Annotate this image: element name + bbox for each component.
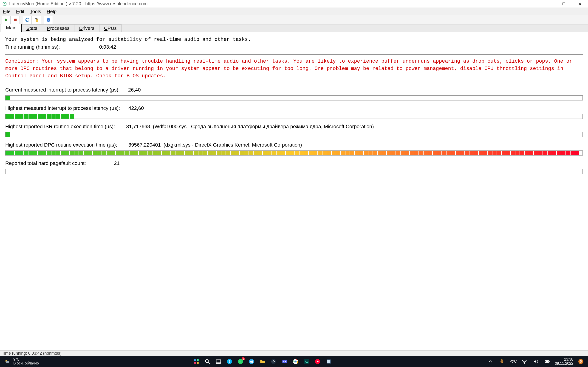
minimize-button[interactable]	[540, 0, 556, 8]
highest-latency-row: Highest measured interrupt to process la…	[5, 105, 583, 112]
tab-processes[interactable]: Processes	[42, 24, 74, 32]
dpc-row: Highest reported DPC routine execution t…	[5, 141, 583, 149]
menu-tools[interactable]: Tools	[30, 9, 41, 14]
explorer-icon[interactable]	[259, 358, 267, 365]
copy-button[interactable]	[32, 16, 41, 24]
svg-text:S: S	[228, 359, 231, 363]
notification-icon[interactable]: 5	[577, 358, 585, 365]
tab-drivers[interactable]: Drivers	[74, 24, 99, 32]
window-titlebar: LatencyMon (Home Edition ) v 7.20 - http…	[0, 0, 588, 8]
running-app-icon[interactable]	[325, 358, 333, 365]
close-button[interactable]	[572, 0, 588, 8]
tab-stats[interactable]: Stats	[22, 24, 42, 32]
windows-taskbar: 9°C В осн. облачно S 1 Au РУС 23:38 09.1…	[0, 356, 588, 367]
weather-temp: 9°C	[13, 358, 39, 361]
pagefault-value: 21	[114, 160, 120, 166]
svg-point-13	[6, 361, 9, 363]
language-indicator[interactable]: РУС	[510, 360, 517, 364]
window-title: LatencyMon (Home Edition ) v 7.20 - http…	[9, 1, 148, 6]
status-text: Time running: 0:03:42 (h:mm:ss)	[2, 351, 61, 356]
svg-rect-17	[197, 362, 199, 364]
whatsapp-icon[interactable]: 1	[237, 358, 244, 365]
tray-chevron-icon[interactable]	[486, 358, 494, 365]
tab-bar: Main Stats Processes Drivers CPUs	[0, 25, 588, 32]
divider	[5, 83, 583, 83]
start-button[interactable]	[192, 358, 200, 365]
telegram-icon[interactable]	[248, 358, 255, 365]
clock-date: 09.11.2022	[555, 361, 573, 366]
tab-cpus[interactable]: CPUs	[99, 24, 121, 32]
time-running-label: Time running (h:mm:ss):	[5, 44, 60, 50]
svg-rect-44	[549, 361, 550, 362]
svg-rect-20	[216, 360, 221, 363]
current-latency-bar	[5, 95, 583, 100]
toolbar-separator	[20, 16, 23, 24]
isr-bar	[5, 132, 583, 137]
skype-icon[interactable]: S	[225, 358, 233, 365]
clock-time: 23:38	[555, 357, 573, 361]
task-view-icon[interactable]	[215, 358, 222, 365]
search-icon[interactable]	[204, 358, 211, 365]
wifi-icon[interactable]	[520, 358, 528, 365]
stop-button[interactable]	[11, 16, 20, 24]
svg-point-32	[285, 361, 286, 362]
youtube-music-icon[interactable]	[314, 358, 321, 365]
menu-edit[interactable]: Edit	[16, 9, 24, 14]
svg-rect-16	[194, 362, 196, 364]
svg-rect-6	[14, 19, 17, 21]
isr-value: 31,717668 (Wdf01000.sys - Среда выполнен…	[126, 124, 374, 129]
help-button[interactable]: ?	[44, 16, 53, 24]
highest-latency-bar	[5, 114, 583, 119]
svg-marker-5	[5, 18, 8, 21]
battery-icon[interactable]	[544, 358, 551, 365]
time-running-row: Time running (h:mm:ss): 0:03:42	[5, 43, 583, 51]
chrome-icon[interactable]	[292, 358, 300, 365]
refresh-button[interactable]	[23, 16, 32, 24]
discord-icon[interactable]	[281, 358, 288, 365]
status-bar: Time running: 0:03:42 (h:mm:ss)	[0, 350, 588, 356]
svg-rect-45	[545, 361, 548, 362]
toolbar: ?	[0, 15, 588, 25]
svg-point-18	[206, 359, 208, 362]
weather-widget[interactable]: 9°C В осн. облачно	[13, 358, 39, 365]
conclusion-text: Conclusion: Your system appears to be ha…	[5, 58, 583, 80]
svg-text:Au: Au	[305, 360, 309, 363]
highest-latency-label: Highest measured interrupt to process la…	[5, 105, 120, 111]
menu-bar: File Edit Tools Help	[0, 8, 588, 15]
app-icon	[2, 2, 7, 6]
svg-rect-41	[502, 359, 502, 362]
play-button[interactable]	[2, 16, 10, 24]
clock[interactable]: 23:38 09.11.2022	[555, 357, 573, 365]
main-panel: Your system is being analyzed for suitab…	[3, 32, 585, 351]
pagefault-row: Reported total hard pagefault count: 21	[5, 160, 583, 167]
weather-desc: В осн. облачно	[13, 361, 39, 365]
menu-file[interactable]: File	[3, 9, 10, 14]
maximize-button[interactable]	[556, 0, 572, 8]
svg-rect-2	[563, 2, 565, 5]
microphone-icon[interactable]	[498, 358, 506, 365]
volume-icon[interactable]	[532, 358, 540, 365]
svg-line-19	[208, 362, 210, 364]
svg-point-31	[284, 361, 284, 362]
dpc-bar	[5, 150, 583, 156]
svg-point-42	[524, 363, 525, 364]
audition-icon[interactable]: Au	[303, 358, 311, 365]
dpc-label: Highest reported DPC routine execution t…	[5, 142, 117, 148]
weather-icon[interactable]	[3, 358, 11, 365]
dpc-value: 39567,220401 (dxgkrnl.sys - DirectX Grap…	[128, 142, 302, 148]
svg-text:?: ?	[48, 18, 49, 22]
svg-text:5: 5	[580, 360, 582, 363]
intro-text: Your system is being analyzed for suitab…	[5, 36, 583, 43]
steam-icon[interactable]	[270, 358, 277, 365]
divider	[5, 54, 583, 55]
highest-latency-value: 422,60	[128, 105, 144, 111]
isr-row: Highest reported ISR routine execution t…	[5, 123, 583, 131]
svg-rect-9	[36, 19, 38, 22]
current-latency-row: Current measured interrupt to process la…	[5, 86, 583, 94]
svg-rect-15	[197, 359, 199, 361]
pagefault-bar	[5, 169, 583, 174]
menu-help[interactable]: Help	[47, 9, 57, 14]
svg-rect-30	[283, 360, 287, 363]
tab-main[interactable]: Main	[1, 24, 22, 32]
svg-rect-21	[216, 363, 221, 364]
